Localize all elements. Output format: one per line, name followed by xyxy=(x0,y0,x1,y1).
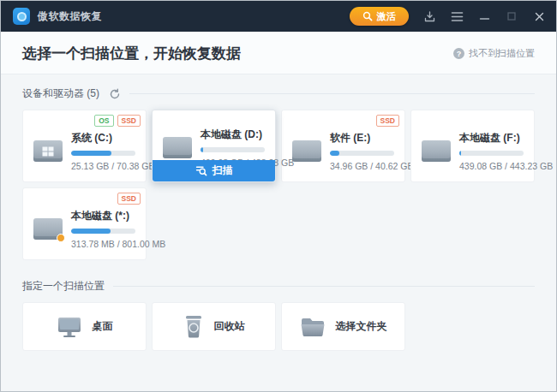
maximize-icon[interactable] xyxy=(505,9,518,23)
drive-size: 313.78 MB / 801.00 MB xyxy=(71,239,135,249)
question-icon: ? xyxy=(453,48,464,59)
drive-name: 本地磁盘 (F:) xyxy=(459,131,524,146)
drive-name: 系统 (C:) xyxy=(71,131,135,146)
drive-card-f[interactable]: 本地磁盘 (F:) 439.08 GB / 443.23 GB xyxy=(410,110,535,182)
title-bar: 傲软数据恢复 激活 xyxy=(1,1,556,32)
ssd-badge: SSD xyxy=(117,193,141,205)
locations-section-header: 指定一个扫描位置 xyxy=(22,279,535,294)
drive-name: 软件 (E:) xyxy=(330,131,394,146)
drive-name: 本地磁盘 (D:) xyxy=(201,128,265,142)
activate-button[interactable]: 激活 xyxy=(350,7,409,26)
menu-icon[interactable] xyxy=(450,9,464,23)
location-label: 回收站 xyxy=(214,319,245,334)
system-drive-icon xyxy=(33,140,63,162)
locked-drive-icon xyxy=(33,218,63,240)
close-icon[interactable] xyxy=(532,9,546,23)
drive-icon xyxy=(422,140,451,162)
minimize-icon[interactable] xyxy=(477,9,491,23)
divider xyxy=(113,286,535,287)
desktop-location-card[interactable]: 桌面 xyxy=(22,302,147,351)
capacity-bar xyxy=(71,151,135,156)
devices-section-header: 设备和驱动器 (5) xyxy=(22,86,535,101)
drive-icon xyxy=(292,140,321,162)
location-grid: 桌面 回收站 选择文件夹 xyxy=(22,302,535,351)
ssd-badge: SSD xyxy=(117,115,141,127)
os-badge: OS xyxy=(94,115,113,127)
capacity-bar xyxy=(71,229,135,234)
locations-section-label: 指定一个扫描位置 xyxy=(22,279,105,294)
drive-card-c[interactable]: OS SSD 系统 (C:) 25.13 GB / 70.38 GB xyxy=(22,110,147,182)
capacity-bar xyxy=(330,151,394,156)
lock-badge-icon xyxy=(57,234,65,242)
help-link-label: 找不到扫描位置 xyxy=(469,47,535,60)
drive-icon xyxy=(163,137,192,158)
capacity-bar xyxy=(459,151,524,156)
recycle-bin-location-card[interactable]: 回收站 xyxy=(152,302,276,351)
app-window: 傲软数据恢复 激活 选择一个扫描位置，开始恢复数据 xyxy=(0,0,557,392)
scan-button[interactable]: 扫描 xyxy=(153,160,275,181)
refresh-icon[interactable] xyxy=(108,87,121,100)
help-link[interactable]: ? 找不到扫描位置 xyxy=(453,47,535,60)
page-title: 选择一个扫描位置，开始恢复数据 xyxy=(22,44,241,63)
scan-search-icon xyxy=(195,165,207,176)
devices-section-label: 设备和驱动器 (5) xyxy=(22,86,99,101)
location-label: 桌面 xyxy=(93,319,113,334)
location-label: 选择文件夹 xyxy=(336,319,387,334)
choose-folder-location-card[interactable]: 选择文件夹 xyxy=(281,302,405,351)
divider xyxy=(129,93,535,94)
drive-size: 34.96 GB / 40.62 GB xyxy=(330,161,394,171)
folder-icon xyxy=(300,317,326,337)
ssd-badge: SSD xyxy=(376,115,399,127)
magnifier-icon xyxy=(362,11,373,21)
drive-card-star[interactable]: SSD 本地磁盘 (*:) 313.78 MB / 801.00 MB xyxy=(22,187,147,260)
drive-size: 439.08 GB / 443.23 GB xyxy=(459,161,524,171)
page-header: 选择一个扫描位置，开始恢复数据 ? 找不到扫描位置 xyxy=(1,32,556,74)
drive-card-d[interactable]: 本地磁盘 (D:) 469.98 GB / 488.28 GB 扫描 xyxy=(152,110,276,182)
activate-label: 激活 xyxy=(377,10,396,23)
recycle-bin-icon xyxy=(183,315,204,338)
drive-name: 本地磁盘 (*:) xyxy=(71,209,135,223)
drive-size: 25.13 GB / 70.38 GB xyxy=(71,161,135,171)
windows-logo-icon xyxy=(43,146,54,156)
capacity-bar xyxy=(201,147,265,152)
desktop-icon xyxy=(57,316,82,338)
app-logo-icon xyxy=(13,8,30,25)
main-content: 设备和驱动器 (5) OS SSD 系统 (C:) xyxy=(1,74,556,391)
drive-card-e[interactable]: SSD 软件 (E:) 34.96 GB / 40.62 GB xyxy=(281,110,405,182)
download-icon[interactable] xyxy=(422,9,436,23)
scan-button-label: 扫描 xyxy=(213,163,233,178)
app-title: 傲软数据恢复 xyxy=(38,9,102,24)
drive-grid: OS SSD 系统 (C:) 25.13 GB / 70.38 GB xyxy=(22,110,535,260)
